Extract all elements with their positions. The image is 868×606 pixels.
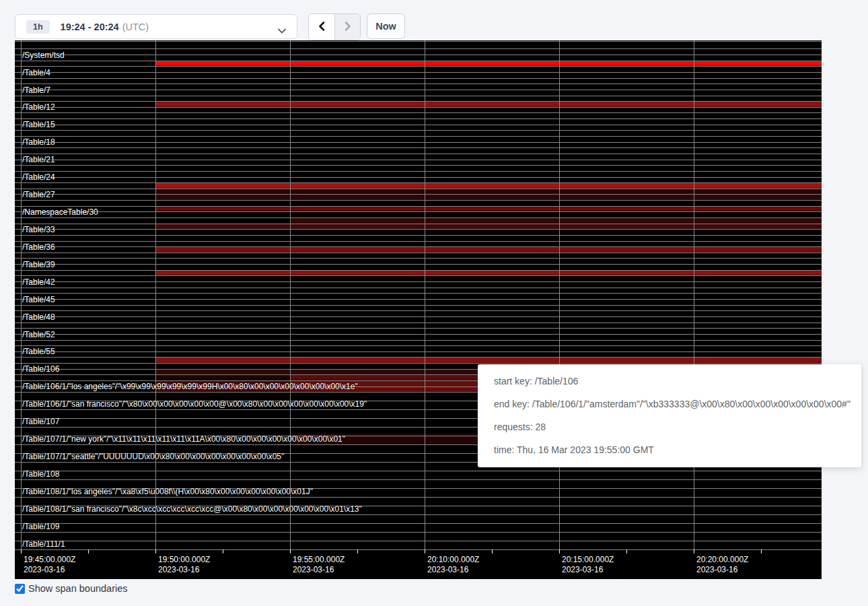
x-axis-label: 20:15:00.000Z2023-03-16 <box>562 555 614 575</box>
span-boundary-line <box>15 281 822 282</box>
span-boundary-line <box>15 229 822 230</box>
footer: Show span boundaries <box>15 583 128 594</box>
span-boundary-line <box>15 323 822 323</box>
x-axis-time: 19:45:00.000Z <box>24 555 75 565</box>
time-range-text: 19:24 - 20:24 <box>61 22 119 32</box>
span-boundary-line <box>15 211 822 212</box>
span-boundary-line <box>15 61 822 61</box>
span-boundary-line <box>15 107 822 108</box>
row-label: /Table/48 <box>22 313 55 322</box>
span-boundary-line <box>15 345 822 346</box>
span-boundary-line <box>15 351 822 352</box>
row-label: /Table/111/1 <box>22 540 65 549</box>
next-timeframe-button[interactable] <box>334 14 360 40</box>
span-boundary-line <box>15 83 822 84</box>
span-boundary-line <box>15 78 822 79</box>
axis-tick <box>425 549 425 553</box>
row-label: /Table/21 <box>22 156 55 164</box>
heat-band <box>155 270 822 276</box>
heat-band <box>155 206 822 212</box>
span-boundary-line <box>15 258 822 259</box>
row-label: /Table/107/1/"new york"/"\x11\x11\x11\x1… <box>22 435 345 444</box>
row-label: /Table/109 <box>22 523 59 531</box>
row-label: /Table/52 <box>22 331 55 339</box>
span-boundary-line <box>15 189 822 189</box>
span-boundary-line <box>15 96 822 96</box>
row-label: /Table/24 <box>22 173 55 182</box>
span-boundary-line <box>15 471 822 471</box>
axis-tick <box>290 549 291 553</box>
toolbar: 1h 19:24 - 20:24 (UTC) Now <box>0 0 868 40</box>
timeframe-nav-group <box>308 13 361 40</box>
row-label: /System/tsd <box>22 51 65 60</box>
x-axis-date: 2023-03-16 <box>158 565 210 575</box>
span-boundary-line <box>15 241 822 242</box>
row-label: /Table/106/1/"san francisco"/"\x80\x00\x… <box>22 400 367 409</box>
tooltip-start-key: start key: /Table/106 <box>494 370 861 393</box>
span-boundary-line <box>15 171 822 172</box>
row-label: /Table/39 <box>22 261 55 269</box>
axis-tick <box>155 549 156 553</box>
span-boundary-line <box>15 340 822 341</box>
span-boundary-line <box>15 270 822 271</box>
x-axis-label: 19:45:00.000Z2023-03-16 <box>24 555 75 575</box>
heat-band <box>155 101 822 107</box>
x-axis-time: 19:50:00.000Z <box>158 555 210 565</box>
span-boundary-line <box>15 136 822 137</box>
time-gridline <box>21 40 22 553</box>
tooltip-requests: requests: 28 <box>494 415 861 438</box>
span-boundary-line <box>15 288 822 288</box>
row-label: /Table/7 <box>22 86 50 95</box>
x-axis-date: 2023-03-16 <box>293 565 345 575</box>
span-boundary-line <box>15 549 822 550</box>
now-button[interactable]: Now <box>367 13 405 39</box>
span-boundary-line <box>15 363 822 364</box>
row-label: /Table/18 <box>22 138 55 147</box>
span-boundary-line <box>15 130 822 131</box>
row-label: /Table/45 <box>22 296 55 304</box>
span-boundary-line <box>15 41 822 42</box>
row-label: /Table/15 <box>22 121 55 129</box>
span-boundary-line <box>15 541 822 541</box>
show-span-boundaries-checkbox[interactable] <box>15 584 25 594</box>
heat-band <box>155 374 290 380</box>
span-boundary-line <box>15 194 822 195</box>
row-label: /Table/108 <box>22 470 59 479</box>
heat-band <box>155 189 822 195</box>
span-boundary-line <box>15 316 822 317</box>
span-boundary-line <box>15 206 822 207</box>
axis-tick <box>223 549 223 553</box>
x-axis-time: 20:15:00.000Z <box>562 555 614 565</box>
span-boundary-line <box>15 200 822 201</box>
span-boundary-line <box>15 48 822 49</box>
span-boundary-line <box>15 66 822 67</box>
time-gridline <box>290 40 291 553</box>
span-boundary-line <box>15 177 822 178</box>
row-label: /Table/107/1/"seattle"/"UUUUUUD\x00\x80\… <box>22 452 284 461</box>
span-boundary-line <box>15 154 822 154</box>
span-boundary-line <box>15 293 822 294</box>
x-axis-date: 2023-03-16 <box>696 565 748 575</box>
axis-tick <box>761 549 762 553</box>
hover-tooltip: start key: /Table/106 end key: /Table/10… <box>478 364 861 467</box>
span-boundary-line <box>15 142 822 143</box>
time-gridline <box>425 40 425 553</box>
time-gridline <box>155 40 156 553</box>
heat-band <box>155 194 822 200</box>
chevron-down-icon <box>278 24 286 36</box>
x-axis-date: 2023-03-16 <box>427 565 479 575</box>
span-boundary-line <box>15 523 822 524</box>
x-axis-label: 19:55:00.000Z2023-03-16 <box>293 555 345 575</box>
x-axis-time: 20:10:00.000Z <box>427 555 479 565</box>
span-boundary-line <box>15 305 822 306</box>
span-boundary-line <box>15 532 822 533</box>
time-range-selector[interactable]: 1h 19:24 - 20:24 (UTC) <box>15 14 297 39</box>
axis-tick <box>694 549 694 553</box>
x-axis-label: 20:20:00.000Z2023-03-16 <box>696 555 748 575</box>
row-label: /Table/55 <box>22 347 55 356</box>
axis-tick <box>626 549 627 553</box>
previous-timeframe-button[interactable] <box>309 14 334 40</box>
key-visualizer-chart[interactable]: /System/tsd/Table/4/Table/7/Table/12/Tab… <box>15 40 822 579</box>
x-axis-label: 19:50:00.000Z2023-03-16 <box>158 555 210 575</box>
x-axis-date: 2023-03-16 <box>562 565 614 575</box>
